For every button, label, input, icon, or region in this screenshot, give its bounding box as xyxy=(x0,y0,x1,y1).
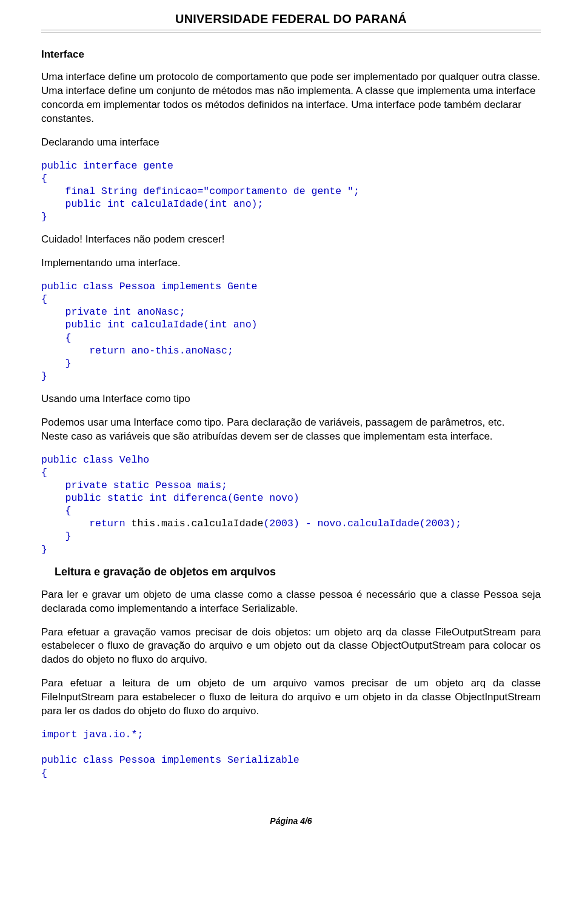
page-title: UNIVERSIDADE FEDERAL DO PARANÁ xyxy=(41,12,541,26)
paragraph-usando-2: Neste caso as variáveis que são atribuíd… xyxy=(41,430,493,442)
paragraph-intro: Uma interface define um protocolo de com… xyxy=(41,70,541,126)
header-divider xyxy=(41,30,541,33)
code-block-2: public class Pessoa implements Gente { p… xyxy=(41,280,541,383)
paragraph-cuidado: Cuidado! Interfaces não podem crescer! xyxy=(41,233,541,247)
paragraph-leitura-1: Para ler e gravar um objeto de uma class… xyxy=(41,588,541,616)
document-page: UNIVERSIDADE FEDERAL DO PARANÁ Interface… xyxy=(0,0,582,850)
heading-usando: Usando uma Interface como tipo xyxy=(41,392,541,406)
paragraph-usando-1: Podemos usar uma Interface como tipo. Pa… xyxy=(41,417,504,428)
code3-black: this.mais.calculaIdade xyxy=(132,518,264,529)
code-block-4: import java.io.*; public class Pessoa im… xyxy=(41,728,541,779)
paragraph-leitura-2: Para efetuar a gravação vamos precisar d… xyxy=(41,626,541,668)
code-block-1: public interface gente { final String de… xyxy=(41,159,541,224)
paragraph-leitura-3: Para efetuar a leitura de um objeto de u… xyxy=(41,677,541,718)
page-footer: Página 4/6 xyxy=(41,816,541,826)
heading-leitura: Leitura e gravação de objetos em arquivo… xyxy=(55,566,541,578)
code-block-3: public class Velho { private static Pess… xyxy=(41,454,541,556)
heading-interface: Interface xyxy=(41,49,541,61)
heading-implementando: Implementando uma interface. xyxy=(41,256,541,270)
heading-declarando: Declarando uma interface xyxy=(41,136,541,150)
paragraph-usando: Podemos usar uma Interface como tipo. Pa… xyxy=(41,416,541,444)
